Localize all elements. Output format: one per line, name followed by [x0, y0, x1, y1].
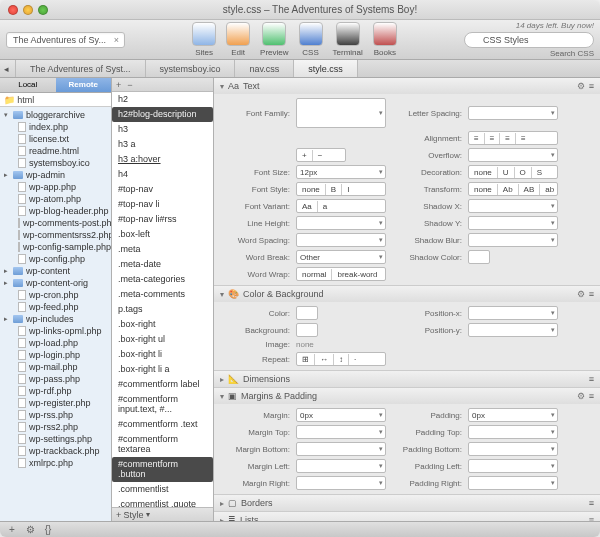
- document-tab[interactable]: nav.css: [235, 60, 294, 77]
- file-item[interactable]: wp-trackback.php: [0, 445, 111, 457]
- file-item[interactable]: wp-config.php: [0, 253, 111, 265]
- remove-icon[interactable]: −: [127, 80, 132, 90]
- add-icon[interactable]: +: [116, 510, 121, 520]
- selector-item[interactable]: h3 a:hover: [112, 152, 213, 167]
- selector-item[interactable]: #commentform textarea: [112, 432, 213, 457]
- file-item[interactable]: wp-register.php: [0, 397, 111, 409]
- selector-item[interactable]: #top-nav li: [112, 197, 213, 212]
- file-item[interactable]: wp-cron.php: [0, 289, 111, 301]
- word-break-field[interactable]: Other: [296, 250, 386, 264]
- selector-item[interactable]: .box-left: [112, 227, 213, 242]
- selector-item[interactable]: .commentlist .quote: [112, 497, 213, 507]
- file-item[interactable]: wp-links-opml.php: [0, 325, 111, 337]
- padding-top-field[interactable]: [468, 425, 558, 439]
- section-header-text[interactable]: ▾AaText⚙≡: [214, 78, 600, 94]
- file-item[interactable]: wp-config-sample.php: [0, 241, 111, 253]
- file-item[interactable]: wp-feed.php: [0, 301, 111, 313]
- shadow-x-field[interactable]: [468, 199, 558, 213]
- file-item[interactable]: wp-rss.php: [0, 409, 111, 421]
- margin-right-field[interactable]: [296, 476, 386, 490]
- tab-local[interactable]: Local: [0, 78, 56, 93]
- file-item[interactable]: readme.html: [0, 145, 111, 157]
- file-item[interactable]: wp-pass.php: [0, 373, 111, 385]
- close-icon[interactable]: [8, 5, 18, 15]
- shadow-y-field[interactable]: [468, 216, 558, 230]
- section-header-lists[interactable]: ▸≣Lists≡: [214, 512, 600, 521]
- document-tab[interactable]: systemsboy.ico: [146, 60, 236, 77]
- gear-icon[interactable]: ⚙: [24, 524, 36, 535]
- margin-bottom-field[interactable]: [296, 442, 386, 456]
- font-size-field[interactable]: 12px: [296, 165, 386, 179]
- preview-button[interactable]: Preview: [256, 22, 292, 57]
- trial-notice[interactable]: 14 days left. Buy now!: [516, 21, 594, 30]
- file-item[interactable]: wp-settings.php: [0, 433, 111, 445]
- font-weight-stepper[interactable]: +−: [296, 148, 346, 162]
- gear-icon[interactable]: ⚙: [577, 391, 585, 401]
- file-item[interactable]: index.php: [0, 121, 111, 133]
- decoration-segment[interactable]: noneUOS: [468, 165, 558, 179]
- tab-remote[interactable]: Remote: [56, 78, 112, 93]
- file-item[interactable]: wp-atom.php: [0, 193, 111, 205]
- margin-top-field[interactable]: [296, 425, 386, 439]
- folder-item[interactable]: wp-content-orig: [0, 277, 111, 289]
- file-item[interactable]: wp-app.php: [0, 181, 111, 193]
- selector-item[interactable]: .meta-comments: [112, 287, 213, 302]
- selector-item[interactable]: .box-right ul: [112, 332, 213, 347]
- gear-icon[interactable]: ⚙: [577, 289, 585, 299]
- add-icon[interactable]: +: [116, 80, 121, 90]
- add-icon[interactable]: +: [6, 524, 18, 535]
- selector-item[interactable]: h3 a: [112, 137, 213, 152]
- tab-menu[interactable]: ◂: [0, 60, 16, 77]
- selector-item[interactable]: h4: [112, 167, 213, 182]
- word-spacing-field[interactable]: [296, 233, 386, 247]
- folder-item[interactable]: wp-content: [0, 265, 111, 277]
- margin-field[interactable]: 0px: [296, 408, 386, 422]
- search-input[interactable]: [464, 32, 594, 48]
- folder-item[interactable]: wp-includes: [0, 313, 111, 325]
- file-item[interactable]: wp-comments-post.php: [0, 217, 111, 229]
- alignment-segment[interactable]: ≡≡≡≡: [468, 131, 558, 145]
- document-tab[interactable]: The Adventures of Syst...: [16, 60, 146, 77]
- code-icon[interactable]: {}: [42, 524, 54, 535]
- document-tab[interactable]: The Adventures of Sy...: [6, 32, 125, 48]
- overflow-field[interactable]: [468, 148, 558, 162]
- file-item[interactable]: wp-commentsrss2.php: [0, 229, 111, 241]
- disclosure-icon[interactable]: ▾: [220, 392, 224, 401]
- selector-list[interactable]: h2h2#blog-descriptionh3h3 ah3 a:hoverh4#…: [112, 92, 213, 507]
- transform-segment[interactable]: noneAbABab: [468, 182, 558, 196]
- minimize-icon[interactable]: [23, 5, 33, 15]
- document-tab[interactable]: style.css: [294, 60, 358, 77]
- letter-spacing-field[interactable]: [468, 106, 558, 120]
- file-item[interactable]: xmlrpc.php: [0, 457, 111, 469]
- section-header-color[interactable]: ▾🎨Color & Background⚙≡: [214, 286, 600, 302]
- sites-button[interactable]: Sites: [188, 22, 220, 57]
- bg-position-y-field[interactable]: [468, 323, 558, 337]
- file-item[interactable]: wp-blog-header.php: [0, 205, 111, 217]
- color-swatch[interactable]: [296, 306, 318, 320]
- terminal-button[interactable]: Terminal: [329, 22, 367, 57]
- line-height-field[interactable]: [296, 216, 386, 230]
- file-item[interactable]: license.txt: [0, 133, 111, 145]
- section-header-dimensions[interactable]: ▸📐Dimensions≡: [214, 371, 600, 387]
- selector-item[interactable]: #commentform .button: [112, 457, 213, 482]
- disclosure-icon[interactable]: ▾: [220, 82, 224, 91]
- margin-left-field[interactable]: [296, 459, 386, 473]
- selector-item[interactable]: .meta-date: [112, 257, 213, 272]
- font-family-field[interactable]: [296, 98, 386, 128]
- books-button[interactable]: Books: [369, 22, 401, 57]
- selector-item[interactable]: .box-right: [112, 317, 213, 332]
- font-variant-segment[interactable]: Aaa: [296, 199, 386, 213]
- zoom-icon[interactable]: [38, 5, 48, 15]
- padding-left-field[interactable]: [468, 459, 558, 473]
- file-item[interactable]: wp-login.php: [0, 349, 111, 361]
- selector-item[interactable]: #commentform label: [112, 377, 213, 392]
- file-item[interactable]: wp-rdf.php: [0, 385, 111, 397]
- file-item[interactable]: wp-rss2.php: [0, 421, 111, 433]
- selector-item[interactable]: #commentform input.text, #...: [112, 392, 213, 417]
- selector-item[interactable]: .box-right li: [112, 347, 213, 362]
- selector-item[interactable]: .commentlist: [112, 482, 213, 497]
- selector-item[interactable]: .meta: [112, 242, 213, 257]
- background-swatch[interactable]: [296, 323, 318, 337]
- edit-button[interactable]: Edit: [222, 22, 254, 57]
- file-tree[interactable]: bloggerarchiveindex.phplicense.txtreadme…: [0, 107, 111, 521]
